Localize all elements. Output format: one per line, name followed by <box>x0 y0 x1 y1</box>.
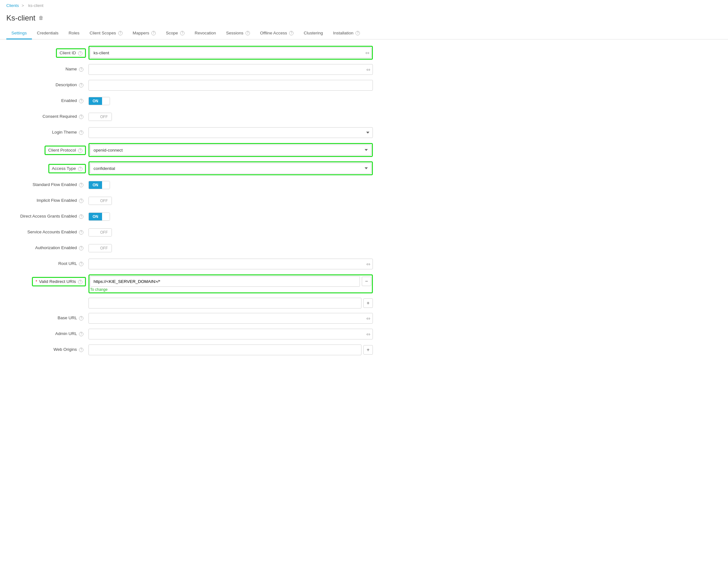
access-type-control: confidential public bearer-only <box>88 161 373 175</box>
client-protocol-select[interactable]: openid-connect saml <box>90 145 371 155</box>
enabled-row: Enabled ? ON <box>6 96 373 107</box>
service-accounts-off-btn[interactable]: OFF <box>96 229 112 236</box>
client-id-control: ⇔ <box>88 46 373 60</box>
admin-url-row: Admin URL ? ⇔ <box>6 329 373 340</box>
enabled-toggle[interactable]: ON <box>88 97 110 105</box>
valid-redirect-uris-row: * Valid Redirect URIs ? − To change <box>6 275 373 293</box>
client-scopes-help-icon: ? <box>118 31 123 35</box>
web-origins-input[interactable] <box>88 344 361 355</box>
mappers-help-icon: ? <box>151 31 156 35</box>
enabled-on-btn[interactable]: ON <box>89 97 102 105</box>
login-theme-help-icon: ? <box>79 130 83 135</box>
standard-flow-off-btn[interactable] <box>102 181 110 189</box>
enabled-help-icon: ? <box>79 99 83 103</box>
tabs-nav: Settings Credentials Roles Client Scopes… <box>0 27 728 39</box>
consent-required-row: Consent Required ? OFF <box>6 112 373 123</box>
valid-redirect-uri-input[interactable] <box>90 276 360 287</box>
add-redirect-uri-button[interactable]: + <box>363 298 373 308</box>
second-redirect-uri-input[interactable] <box>88 298 361 308</box>
expand-icon: ⇔ <box>365 50 369 56</box>
tab-mappers[interactable]: Mappers ? <box>128 27 161 39</box>
authorization-off-btn[interactable]: OFF <box>96 245 112 252</box>
tab-installation[interactable]: Installation ? <box>328 27 365 39</box>
breadcrumb-current: ks-client <box>28 3 44 8</box>
access-type-row: Access Type ? confidential public bearer… <box>6 161 373 175</box>
consent-required-toggle[interactable]: OFF <box>88 113 112 121</box>
scope-help-icon: ? <box>180 31 185 35</box>
admin-url-input[interactable] <box>88 329 373 339</box>
client-id-input[interactable] <box>90 47 371 58</box>
tab-clustering[interactable]: Clustering <box>299 27 328 39</box>
base-url-input[interactable] <box>88 313 373 324</box>
enabled-control: ON <box>88 96 373 105</box>
admin-url-label: Admin URL ? <box>6 329 88 336</box>
direct-access-control: ON <box>88 211 373 221</box>
installation-help-icon: ? <box>355 31 360 35</box>
tab-client-scopes[interactable]: Client Scopes ? <box>85 27 128 39</box>
direct-access-toggle[interactable]: ON <box>88 213 110 221</box>
enabled-off-btn[interactable] <box>102 97 110 105</box>
remove-redirect-uri-button[interactable]: − <box>362 277 371 286</box>
authorization-on-btn[interactable] <box>89 245 96 252</box>
access-type-label: Access Type ? <box>6 161 88 173</box>
consent-off-btn[interactable]: OFF <box>96 113 112 121</box>
consent-on-btn[interactable] <box>89 113 96 121</box>
breadcrumb-clients-link[interactable]: Clients <box>6 3 19 8</box>
standard-flow-label: Standard Flow Enabled ? <box>6 180 88 187</box>
direct-access-help-icon: ? <box>79 215 83 219</box>
authorization-enabled-row: Authorization Enabled ? OFF <box>6 243 373 254</box>
client-protocol-row: Client Protocol ? openid-connect saml <box>6 143 373 157</box>
web-origins-row: Web Origins ? + <box>6 344 373 356</box>
standard-flow-help-icon: ? <box>79 183 83 187</box>
tab-sessions[interactable]: Sessions ? <box>221 27 255 39</box>
access-type-help-icon: ? <box>78 167 82 171</box>
tab-roles[interactable]: Roles <box>64 27 85 39</box>
tab-credentials[interactable]: Credentials <box>32 27 64 39</box>
implicit-flow-toggle[interactable]: OFF <box>88 197 112 205</box>
root-url-row: Root URL ? ⇔ <box>6 259 373 270</box>
tab-scope[interactable]: Scope ? <box>161 27 190 39</box>
access-type-select[interactable]: confidential public bearer-only <box>90 163 371 174</box>
direct-access-on-btn[interactable]: ON <box>89 213 102 221</box>
second-redirect-input-wrap: + <box>88 298 373 308</box>
name-input[interactable] <box>88 64 373 75</box>
login-theme-select[interactable] <box>88 127 373 138</box>
direct-access-off-btn[interactable] <box>102 213 110 221</box>
delete-client-icon[interactable]: 🗑 <box>39 15 44 21</box>
root-url-input[interactable] <box>88 259 373 270</box>
name-label: Name ? <box>6 64 88 71</box>
consent-required-control: OFF <box>88 112 373 122</box>
name-control: ⇔ <box>88 64 373 75</box>
login-theme-row: Login Theme ? <box>6 127 373 139</box>
tab-offline-access[interactable]: Offline Access ? <box>255 27 299 39</box>
consent-required-help-icon: ? <box>79 115 83 119</box>
add-web-origin-button[interactable]: + <box>363 345 373 354</box>
description-input[interactable] <box>88 80 373 91</box>
service-accounts-toggle[interactable]: OFF <box>88 228 112 237</box>
breadcrumb-separator: > <box>21 3 24 8</box>
web-origins-control: + <box>88 344 373 355</box>
web-origins-label: Web Origins ? <box>6 344 88 352</box>
description-control <box>88 80 373 91</box>
authorization-enabled-label: Authorization Enabled ? <box>6 243 88 250</box>
authorization-enabled-help-icon: ? <box>79 246 83 251</box>
implicit-flow-on-btn[interactable] <box>89 197 96 205</box>
page-title: Ks-client <box>6 14 35 22</box>
implicit-flow-row: Implicit Flow Enabled ? OFF <box>6 196 373 207</box>
enabled-label: Enabled ? <box>6 96 88 103</box>
authorization-enabled-toggle[interactable]: OFF <box>88 244 112 252</box>
service-accounts-on-btn[interactable] <box>89 229 96 236</box>
web-origins-help-icon: ? <box>79 348 83 352</box>
root-url-control: ⇔ <box>88 259 373 270</box>
tab-settings[interactable]: Settings <box>6 27 32 39</box>
name-help-icon: ? <box>79 67 83 72</box>
root-url-expand-icon: ⇔ <box>366 261 370 267</box>
admin-url-help-icon: ? <box>79 332 83 336</box>
standard-flow-toggle[interactable]: ON <box>88 181 110 189</box>
tab-revocation[interactable]: Revocation <box>190 27 221 39</box>
valid-redirect-uris-label: * Valid Redirect URIs ? <box>6 275 88 286</box>
standard-flow-on-btn[interactable]: ON <box>89 181 102 189</box>
admin-url-expand-icon: ⇔ <box>366 331 370 337</box>
implicit-flow-off-btn[interactable]: OFF <box>96 197 112 205</box>
service-accounts-help-icon: ? <box>79 230 83 235</box>
